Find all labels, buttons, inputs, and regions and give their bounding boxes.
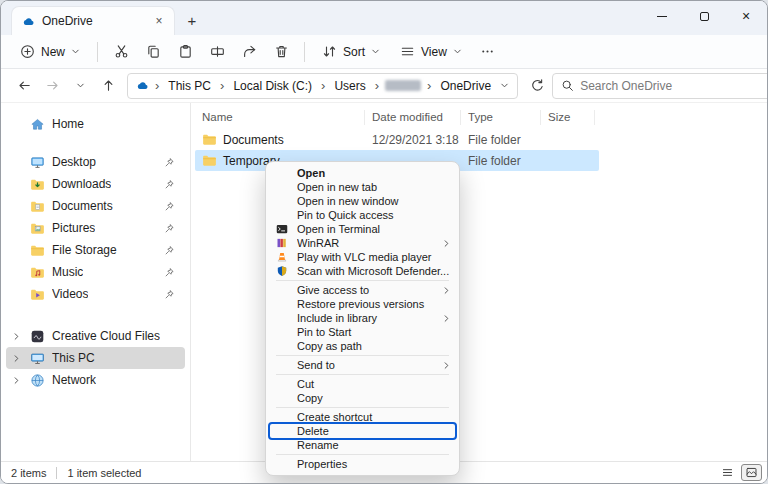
cut-button[interactable] [106, 38, 136, 66]
column-header-size[interactable]: Size [541, 110, 595, 125]
sidebar-item-file-storage[interactable]: File Storage [6, 239, 185, 261]
search-input[interactable] [580, 79, 765, 93]
menu-item-open-in-new-window[interactable]: Open in new window [266, 194, 459, 208]
up-button[interactable] [95, 73, 121, 99]
paste-button[interactable] [170, 38, 200, 66]
home-icon [30, 117, 45, 132]
breadcrumb-this-pc[interactable]: This PC [165, 78, 214, 94]
menu-item-open-in-terminal[interactable]: Open in Terminal [266, 222, 459, 236]
menu-item-create-shortcut[interactable]: Create shortcut [266, 410, 459, 424]
pin-icon [164, 245, 175, 256]
tab-onedrive[interactable]: OneDrive × [11, 6, 175, 35]
forward-button[interactable] [39, 73, 65, 99]
share-button[interactable] [234, 38, 264, 66]
videos-icon [30, 287, 45, 302]
tab-close-icon[interactable]: × [150, 12, 168, 30]
breadcrumb-user-redacted[interactable] [385, 80, 421, 91]
trash-icon [274, 44, 289, 59]
menu-item-open-in-new-tab[interactable]: Open in new tab [266, 180, 459, 194]
sidebar-item-this-pc[interactable]: This PC [6, 347, 185, 369]
sort-button[interactable]: Sort [313, 38, 389, 66]
item-count: 2 items [11, 467, 46, 479]
menu-item-properties[interactable]: Properties [266, 457, 459, 471]
menu-item-play-with-vlc[interactable]: Play with VLC media player [266, 250, 459, 264]
sidebar-item-label: Desktop [52, 155, 96, 169]
menu-item-pin-to-start[interactable]: Pin to Start [266, 325, 459, 339]
pin-icon [164, 201, 175, 212]
details-view-button[interactable] [717, 464, 738, 481]
breadcrumb-onedrive[interactable]: OneDrive [437, 78, 494, 94]
sort-icon [322, 44, 337, 59]
view-button[interactable]: View [391, 38, 471, 66]
menu-item-open[interactable]: Open [266, 166, 459, 180]
delete-toolbar-button[interactable] [266, 38, 296, 66]
toolbar-divider [304, 42, 305, 62]
menu-item-delete[interactable]: Delete [266, 424, 459, 438]
context-menu: Open Open in new tab Open in new window … [265, 161, 460, 476]
column-header-name[interactable]: Name [195, 110, 365, 125]
more-options-button[interactable] [473, 38, 503, 66]
chevron-down-icon [371, 47, 380, 56]
menu-item-scan-with-defender[interactable]: Scan with Microsoft Defender... [266, 264, 459, 278]
rename-button[interactable] [202, 38, 232, 66]
sidebar-item-network[interactable]: Network [6, 369, 185, 391]
thumbnail-view-icon [745, 466, 758, 479]
column-header-date-modified[interactable]: Date modified [365, 110, 461, 125]
rename-icon [210, 44, 225, 59]
chevron-down-icon [453, 47, 462, 56]
breadcrumb-separator: › [152, 79, 162, 92]
pin-icon [164, 179, 175, 190]
file-row-documents[interactable]: Documents 12/29/2021 3:18 AM File folder [195, 129, 599, 150]
sidebar-item-label: This PC [52, 351, 95, 365]
expand-chevron-icon[interactable] [10, 332, 23, 341]
new-tab-button[interactable]: + [179, 8, 205, 32]
copy-button[interactable] [138, 38, 168, 66]
sidebar-item-downloads[interactable]: Downloads [6, 173, 185, 195]
submenu-arrow-icon [441, 239, 451, 248]
breadcrumb-local-disk-c[interactable]: Local Disk (C:) [230, 78, 315, 94]
column-header-type[interactable]: Type [461, 110, 541, 125]
minimize-button[interactable] [641, 1, 683, 31]
sidebar-item-videos[interactable]: Videos [6, 283, 185, 305]
sidebar-item-label: File Storage [52, 243, 117, 257]
folder-icon [202, 132, 217, 147]
menu-item-cut[interactable]: Cut [266, 377, 459, 391]
back-button[interactable] [11, 73, 37, 99]
menu-item-pin-to-quick-access[interactable]: Pin to Quick access [266, 208, 459, 222]
search-box[interactable] [552, 73, 768, 99]
navigation-pane: Home Desktop Downloads Documents [1, 103, 191, 461]
refresh-button[interactable] [524, 73, 550, 99]
new-button[interactable]: New [11, 38, 89, 66]
maximize-button[interactable] [683, 1, 725, 31]
breadcrumb-separator: › [424, 79, 434, 92]
recent-locations-button[interactable] [67, 73, 93, 99]
sidebar-item-pictures[interactable]: Pictures [6, 217, 185, 239]
menu-item-send-to[interactable]: Send to [266, 358, 459, 372]
sidebar-item-music[interactable]: Music [6, 261, 185, 283]
breadcrumb-separator: › [217, 79, 227, 92]
expand-chevron-icon[interactable] [10, 376, 23, 385]
search-icon [561, 79, 574, 92]
sidebar-item-creative-cloud-files[interactable]: Creative Cloud Files [6, 325, 185, 347]
menu-separator [276, 280, 449, 281]
menu-item-give-access-to[interactable]: Give access to [266, 283, 459, 297]
arrow-right-icon [45, 78, 60, 93]
sidebar-item-desktop[interactable]: Desktop [6, 151, 185, 173]
menu-item-restore-previous-versions[interactable]: Restore previous versions [266, 297, 459, 311]
thumbnail-view-button[interactable] [741, 464, 762, 481]
file-explorer-window: OneDrive × + × New [0, 0, 768, 484]
sidebar-item-documents[interactable]: Documents [6, 195, 185, 217]
menu-item-winrar[interactable]: WinRAR [266, 236, 459, 250]
breadcrumb[interactable]: › This PC › Local Disk (C:) › Users › › … [127, 73, 518, 99]
sidebar-item-home[interactable]: Home [6, 113, 185, 135]
menu-item-copy[interactable]: Copy [266, 391, 459, 405]
address-dropdown-icon[interactable] [500, 81, 509, 90]
sidebar-item-label: Videos [52, 287, 88, 301]
onedrive-cloud-icon [22, 15, 35, 28]
menu-item-include-in-library[interactable]: Include in library [266, 311, 459, 325]
expand-chevron-icon[interactable] [10, 354, 23, 363]
menu-item-rename[interactable]: Rename [266, 438, 459, 452]
breadcrumb-users[interactable]: Users [331, 78, 368, 94]
menu-item-copy-as-path[interactable]: Copy as path [266, 339, 459, 353]
close-button[interactable]: × [725, 1, 767, 31]
